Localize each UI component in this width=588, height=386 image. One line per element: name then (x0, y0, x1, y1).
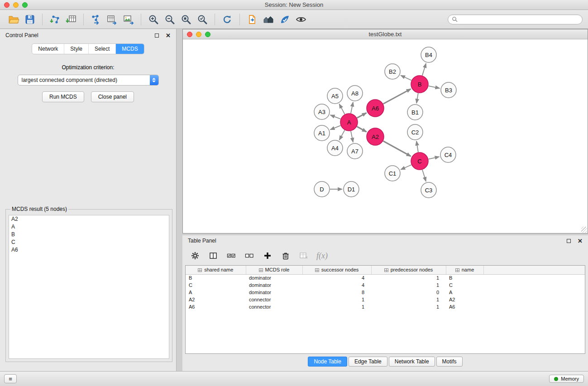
graph-edge-C-C4[interactable] (429, 157, 440, 159)
network-zoom-button[interactable] (205, 32, 210, 37)
float-table-panel-icon[interactable] (567, 239, 571, 243)
task-history-button[interactable]: ≡ (4, 374, 17, 383)
graph-edge-A-A5[interactable] (339, 104, 344, 114)
column-header-predecessor-nodes[interactable]: predecessor nodes (371, 266, 446, 274)
mcds-result-item[interactable]: A2 (9, 215, 169, 223)
network-minimize-button[interactable] (196, 32, 201, 37)
close-panel-icon[interactable]: ✕ (166, 33, 171, 38)
table-cell[interactable]: A6 (446, 303, 483, 310)
graph-edge-C-C2[interactable] (416, 141, 418, 152)
table-cell[interactable]: dominator (246, 281, 302, 289)
export-image-button[interactable] (120, 12, 137, 27)
zoom-window-button[interactable] (22, 2, 28, 8)
table-cell[interactable]: 4 (302, 281, 371, 289)
table-cell[interactable]: 1 (371, 303, 446, 310)
memory-button[interactable]: Memory (549, 375, 584, 383)
export-table-button[interactable] (104, 12, 120, 27)
graph-edge-A-A1[interactable] (330, 125, 341, 129)
import-table-button[interactable] (63, 12, 79, 27)
network-graph[interactable]: B4B2BB3A5A8A6A3B1AC2A1A2A4A7C4CC1DD1C3 (183, 39, 588, 233)
table-cell[interactable]: B (446, 274, 483, 281)
table-cell[interactable]: A (446, 289, 483, 296)
open-session-button[interactable] (5, 12, 22, 27)
tab-motifs[interactable]: Motifs (436, 357, 463, 367)
network-close-button[interactable] (187, 32, 192, 37)
tab-edge-table[interactable]: Edge Table (349, 357, 387, 367)
table-settings-button[interactable] (190, 250, 201, 261)
refresh-button[interactable] (219, 12, 235, 27)
graph-edge-A6-B[interactable] (383, 89, 411, 104)
tab-select[interactable]: Select (88, 44, 115, 54)
close-panel-button[interactable]: Close panel (91, 91, 134, 102)
zoom-in-button[interactable] (145, 12, 162, 27)
tab-network[interactable]: Network (32, 44, 64, 54)
table-cell[interactable]: A (186, 289, 246, 296)
export-network-button[interactable] (88, 12, 104, 27)
network-overview-button[interactable] (260, 12, 277, 27)
mcds-result-item[interactable]: C (9, 238, 169, 246)
close-table-panel-icon[interactable]: ✕ (578, 238, 583, 244)
graph-edge-A-A2[interactable] (357, 127, 367, 132)
mcds-result-item[interactable]: A (9, 223, 169, 231)
graph-edge-A-A3[interactable] (330, 115, 341, 119)
select-all-button[interactable] (226, 250, 237, 261)
graph-edge-A-A8[interactable] (351, 102, 353, 114)
table-cell[interactable]: 1 (302, 296, 371, 303)
graph-edge-A-A6[interactable] (357, 113, 367, 118)
function-builder-button[interactable]: f(x) (316, 251, 328, 261)
panel-divider[interactable] (177, 29, 182, 371)
node-table[interactable]: shared nameMCDS rolesuccessor nodesprede… (185, 265, 585, 354)
graph-edge-B-B2[interactable] (401, 75, 411, 80)
graph-edge-B-B1[interactable] (416, 93, 418, 104)
save-session-button[interactable] (22, 12, 38, 27)
table-cell[interactable]: C (186, 281, 246, 289)
table-cell[interactable]: connector (246, 303, 302, 310)
graph-edge-C-C1[interactable] (401, 165, 411, 170)
mcds-result-list[interactable]: A2ABCA6 (9, 215, 169, 359)
first-neighbors-button[interactable] (244, 12, 260, 27)
column-header-MCDS-role[interactable]: MCDS role (246, 266, 302, 274)
float-panel-icon[interactable] (155, 33, 159, 38)
close-window-button[interactable] (4, 2, 10, 8)
show-columns-button[interactable] (208, 250, 219, 261)
table-cell[interactable]: 1 (371, 281, 446, 289)
graph-edge-B-B4[interactable] (422, 63, 426, 76)
table-cell[interactable]: dominator (246, 289, 302, 296)
table-cell[interactable]: connector (246, 296, 302, 303)
table-row[interactable]: Bdominator41B (186, 274, 585, 281)
table-row[interactable]: A2connector11A2 (186, 296, 585, 303)
table-cell[interactable]: A2 (446, 296, 483, 303)
resize-grip[interactable] (581, 227, 587, 233)
add-column-button[interactable] (262, 250, 273, 261)
table-cell[interactable]: 1 (371, 296, 446, 303)
table-cell[interactable]: 8 (302, 289, 371, 296)
show-hide-button[interactable] (293, 12, 309, 27)
graph-edge-A-A7[interactable] (351, 131, 353, 143)
graph-edge-B-B3[interactable] (429, 86, 440, 88)
column-header-shared-name[interactable]: shared name (186, 266, 246, 274)
zoom-selected-button[interactable] (194, 12, 210, 27)
tab-node-table[interactable]: Node Table (308, 357, 347, 367)
table-row[interactable]: A6connector11A6 (186, 303, 585, 310)
table-cell[interactable]: 1 (371, 274, 446, 281)
graph-edge-A2-C[interactable] (383, 141, 411, 157)
tab-style[interactable]: Style (64, 44, 88, 54)
run-mcds-button[interactable]: Run MCDS (42, 91, 84, 102)
graph-edge-A-A4[interactable] (339, 130, 345, 140)
table-cell[interactable]: A2 (186, 296, 246, 303)
column-header-successor-nodes[interactable]: successor nodes (302, 266, 371, 274)
table-cell[interactable]: B (186, 274, 246, 281)
tab-network-table[interactable]: Network Table (389, 357, 435, 367)
graph-edge-C-C3[interactable] (422, 170, 426, 181)
table-row[interactable]: Cdominator41C (186, 281, 585, 289)
table-cell[interactable]: dominator (246, 274, 302, 281)
deselect-all-button[interactable] (244, 250, 255, 261)
delete-column-button[interactable] (280, 250, 291, 261)
table-cell[interactable]: 4 (302, 274, 371, 281)
table-cell[interactable]: 1 (302, 303, 371, 310)
mcds-result-item[interactable]: B (9, 231, 169, 238)
delete-table-button[interactable] (298, 250, 309, 261)
import-network-button[interactable] (47, 12, 63, 27)
mcds-result-item[interactable]: A6 (9, 246, 169, 254)
tab-mcds[interactable]: MCDS (115, 44, 143, 54)
